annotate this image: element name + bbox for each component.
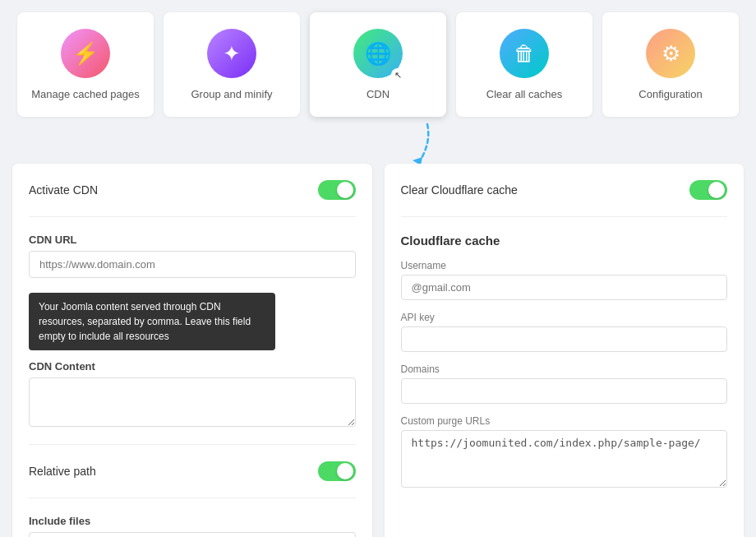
activate-cdn-row: Activate CDN (29, 180, 356, 200)
cdn-url-tooltip: Your Joomla content served through CDN r… (29, 293, 275, 350)
cf-apikey-label: API key (401, 312, 728, 323)
nav-label-manage-cached: Manage cached pages (31, 88, 140, 100)
dashed-arrow (403, 123, 452, 168)
nav-card-clear-caches[interactable]: 🗑 Clear all caches (456, 12, 592, 117)
cf-custom-purge-field: Custom purge URLs https://joomunited.com… (401, 415, 728, 490)
nav-card-configuration[interactable]: ⚙ Configuration (602, 12, 739, 117)
cdn-icon: 🌐 ↖ (353, 29, 403, 78)
cdn-url-input[interactable] (29, 251, 356, 278)
clear-caches-icon: 🗑 (500, 29, 549, 78)
activate-cdn-label: Activate CDN (29, 183, 98, 197)
clear-cloudflare-row: Clear Cloudflare cache (401, 180, 728, 200)
cdn-content-input[interactable] (29, 377, 356, 427)
cf-username-field: Username (401, 260, 728, 300)
group-minify-icon: ✦ (207, 29, 256, 78)
nav-card-cdn[interactable]: 🌐 ↖ CDN (310, 12, 446, 117)
main-content: Activate CDN CDN URL Your Joomla content… (0, 164, 756, 537)
cf-domains-input[interactable]: joomunited.com (401, 378, 728, 404)
left-panel: Activate CDN CDN URL Your Joomla content… (12, 164, 372, 537)
cf-divider-1 (401, 216, 728, 217)
nav-label-clear-caches: Clear all caches (486, 88, 563, 100)
divider-1 (29, 216, 356, 217)
nav-label-configuration: Configuration (638, 88, 702, 100)
divider-3 (29, 498, 356, 498)
cf-custom-purge-label: Custom purge URLs (401, 415, 728, 427)
cf-custom-purge-input[interactable]: https://joomunited.com/index.php/sample-… (401, 430, 728, 488)
cf-apikey-input[interactable]: 8b1cf540d05e97af7d1f6d04f121fe (401, 326, 728, 352)
divider-2 (29, 444, 356, 445)
include-files-label: Include files (29, 515, 356, 527)
nav-label-cdn: CDN (366, 88, 390, 100)
right-panel: Clear Cloudflare cache Cloudflare cache … (385, 164, 744, 537)
relative-path-row: Relative path (29, 461, 356, 481)
cf-domains-label: Domains (401, 363, 728, 375)
cf-username-input[interactable] (401, 275, 728, 300)
cdn-url-group: CDN URL (29, 234, 356, 278)
cdn-url-label: CDN URL (29, 234, 356, 246)
include-files-input[interactable]: css,js,bmp,gif,jpg,jpeg,ico,png,tif,tiff… (29, 532, 356, 537)
nav-label-group-minify: Group and minify (191, 88, 273, 100)
top-nav: ⚡ Manage cached pages ✦ Group and minify… (0, 0, 756, 129)
activate-cdn-toggle[interactable] (318, 180, 356, 200)
cf-apikey-field: API key 8b1cf540d05e97af7d1f6d04f121fe (401, 312, 728, 352)
nav-card-group-minify[interactable]: ✦ Group and minify (164, 12, 300, 117)
nav-card-manage-cached[interactable]: ⚡ Manage cached pages (17, 12, 154, 117)
include-files-group: Include files css,js,bmp,gif,jpg,jpeg,ic… (29, 515, 356, 537)
cdn-content-group: CDN Content (29, 360, 356, 429)
relative-path-label: Relative path (29, 465, 96, 478)
cdn-content-label: CDN Content (29, 360, 356, 373)
clear-cloudflare-toggle[interactable] (689, 180, 727, 200)
cached-pages-icon: ⚡ (61, 29, 110, 78)
cf-username-label: Username (401, 260, 728, 271)
relative-path-toggle[interactable] (318, 461, 356, 481)
configuration-icon: ⚙ (646, 29, 695, 78)
clear-cloudflare-label: Clear Cloudflare cache (401, 183, 518, 197)
cf-domains-field: Domains joomunited.com (401, 363, 728, 404)
cloudflare-cache-heading: Cloudflare cache (401, 234, 728, 248)
